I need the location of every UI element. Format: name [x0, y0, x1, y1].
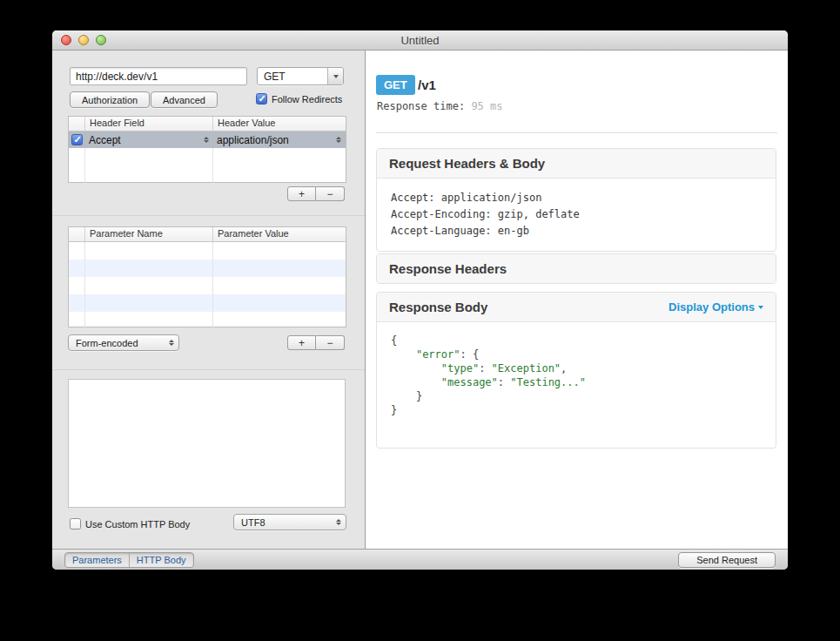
send-request-button[interactable]: Send Request: [678, 552, 776, 568]
stepper-icon: [204, 137, 210, 143]
parameter-row-empty[interactable]: [69, 277, 346, 294]
parameter-name-column: Parameter Name: [85, 227, 213, 241]
charset-dropdown-value: UTF8: [234, 517, 332, 528]
header-enabled-checkbox[interactable]: [71, 134, 83, 145]
dropdown-arrow-icon: [327, 68, 343, 84]
app-window: Untitled GET Authorization Advanced Foll…: [52, 30, 788, 570]
parameters-table: Parameter Name Parameter Value: [68, 226, 346, 327]
window-title: Untitled: [400, 34, 439, 47]
use-custom-http-body-checkbox[interactable]: [70, 518, 81, 530]
zoom-window-button[interactable]: [96, 35, 106, 45]
response-time-value: 95 ms: [471, 100, 502, 112]
response-time-label: Response time:: [377, 100, 465, 112]
horizontal-separator: [376, 132, 777, 133]
response-headers-section: Response Headers: [376, 253, 776, 284]
request-header-line: Accept-Encoding: gzip, deflate: [391, 206, 762, 223]
display-options-label: Display Options: [669, 300, 755, 314]
request-headers-title: Request Headers & Body: [389, 156, 545, 171]
response-body-content: { "error": { "type": "Exception", "messa…: [391, 334, 762, 436]
headers-checkbox-column: [69, 117, 85, 131]
remove-parameter-button[interactable]: −: [316, 335, 345, 350]
title-bar[interactable]: Untitled: [52, 30, 788, 51]
request-headers-section: Request Headers & Body Accept: applicati…: [376, 148, 776, 252]
request-header-line: Accept-Language: en-gb: [391, 223, 762, 240]
response-time: Response time: 95 ms: [377, 100, 503, 112]
section-divider: [52, 369, 365, 370]
add-header-button[interactable]: +: [287, 186, 316, 201]
header-row-accept[interactable]: Accept application/json: [69, 132, 346, 148]
parameter-value-column: Parameter Value: [213, 227, 346, 241]
request-panel: GET Authorization Advanced Follow Redire…: [52, 51, 366, 549]
request-path: /v1: [418, 78, 436, 92]
params-checkbox-column: [69, 227, 85, 241]
dropdown-arrows-icon: [165, 340, 178, 346]
response-headers-title: Response Headers: [389, 261, 507, 276]
minimize-window-button[interactable]: [78, 35, 89, 45]
stepper-icon: [336, 137, 342, 143]
headers-table: Header Field Header Value Accept applica…: [68, 116, 346, 183]
display-options-button[interactable]: Display Options: [669, 300, 763, 314]
advanced-button[interactable]: Advanced: [151, 91, 218, 108]
header-value-column: Header Value: [213, 117, 346, 131]
header-field-column: Header Field: [85, 117, 213, 131]
parameter-row-empty[interactable]: [69, 312, 346, 329]
request-header-line: Accept: application/json: [391, 190, 762, 206]
method-dropdown[interactable]: GET: [257, 67, 344, 85]
encoding-dropdown[interactable]: Form-encoded: [68, 334, 179, 351]
close-window-button[interactable]: [61, 35, 71, 45]
header-value-cell[interactable]: application/json: [213, 132, 346, 148]
header-row-empty[interactable]: [69, 148, 346, 165]
header-row-empty[interactable]: [69, 165, 346, 183]
method-dropdown-value: GET: [258, 71, 327, 83]
method-badge: GET: [376, 75, 415, 95]
view-segmented-control: Parameters HTTP Body: [64, 552, 194, 568]
response-body-title: Response Body: [389, 300, 487, 314]
parameter-row-empty[interactable]: [69, 260, 346, 277]
response-panel: GET /v1 Response time: 95 ms Request Hea…: [366, 51, 788, 549]
url-input[interactable]: [70, 67, 247, 85]
section-divider: [52, 215, 365, 216]
use-custom-http-body-label: Use Custom HTTP Body: [85, 519, 190, 530]
follow-redirects-label: Follow Redirects: [272, 94, 342, 105]
parameter-row-empty[interactable]: [69, 242, 346, 260]
custom-body-textarea[interactable]: [68, 379, 346, 508]
encoding-dropdown-value: Form-encoded: [69, 338, 165, 348]
authorization-button[interactable]: Authorization: [70, 91, 150, 108]
dropdown-arrows-icon: [332, 519, 346, 525]
header-field-cell[interactable]: Accept: [85, 132, 213, 148]
add-parameter-button[interactable]: +: [287, 335, 316, 350]
follow-redirects-checkbox[interactable]: [256, 93, 267, 105]
tab-http-body[interactable]: HTTP Body: [129, 553, 193, 567]
tab-parameters[interactable]: Parameters: [65, 553, 129, 567]
bottom-toolbar: Parameters HTTP Body Send Request: [52, 549, 788, 570]
parameter-row-empty[interactable]: [69, 294, 346, 312]
charset-dropdown[interactable]: UTF8: [233, 514, 346, 530]
response-body-section: Response Body Display Options { "error":…: [376, 292, 776, 449]
remove-header-button[interactable]: −: [316, 186, 345, 201]
chevron-down-icon: [758, 306, 763, 309]
